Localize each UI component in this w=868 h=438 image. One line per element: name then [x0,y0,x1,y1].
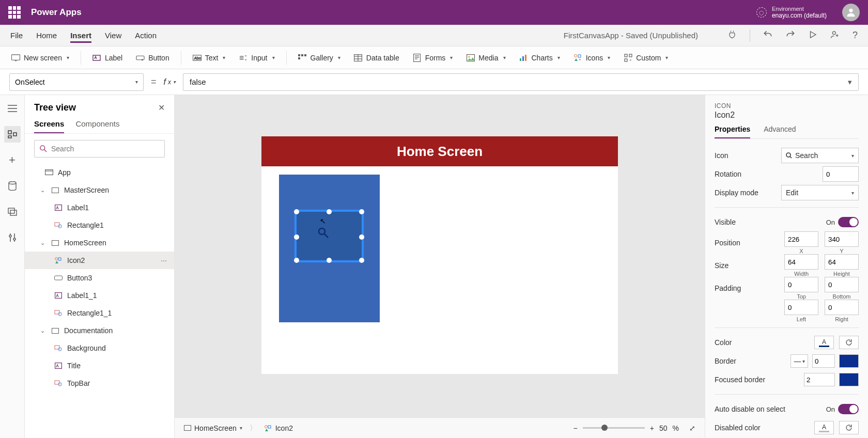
cursor-icon: ↖ [320,217,326,225]
zoom-in-icon[interactable]: + [650,424,654,432]
color-picker[interactable]: A [814,336,834,349]
tree-background[interactable]: Background [25,339,174,357]
fit-icon[interactable]: ⤢ [689,424,695,432]
help-icon[interactable]: ? [853,30,858,41]
tree-label1-1[interactable]: Label1_1 [25,287,174,304]
tree-button3[interactable]: Button3 [25,269,174,287]
environment-selector[interactable]: ◌ Environment enayu.com (default) [756,6,827,19]
more-options-icon[interactable]: ··· [161,256,167,264]
text-button[interactable]: Abc Text▾ [191,51,228,64]
breadcrumb-item[interactable]: Icon2 [264,424,293,432]
svg-rect-56 [55,205,62,211]
property-selector[interactable]: OnSelect ▾ [9,73,144,91]
input-button[interactable]: Input▾ [237,51,276,64]
svg-point-72 [319,228,325,234]
canvas-area: Home Screen ↖ View Customers [175,95,705,438]
media-button[interactable]: Media▾ [464,51,507,64]
app-checker-icon[interactable] [727,29,737,41]
tree-rectangle1[interactable]: Rectangle1 [25,216,174,234]
zoom-slider[interactable] [583,427,645,429]
charts-button[interactable]: Charts▾ [517,51,562,64]
redo-icon[interactable] [785,29,796,41]
custom-button[interactable]: + Custom▾ [622,51,670,64]
border-style-selector[interactable]: — ▾ [791,354,808,368]
border-width-input[interactable] [812,354,835,368]
data-table-button[interactable]: Data table [352,51,401,64]
disabled-color-reset-icon[interactable] [839,421,859,434]
menu-file[interactable]: File [10,28,23,43]
waffle-icon[interactable] [8,6,21,19]
auto-disable-toggle[interactable] [838,404,859,414]
tree-label1[interactable]: Label1 [25,199,174,216]
tab-components[interactable]: Components [75,119,119,133]
size-width-input[interactable] [784,254,818,270]
hamburger-icon[interactable] [4,100,21,117]
padding-right-input[interactable] [825,300,859,315]
display-mode-selector[interactable]: Edit▾ [781,185,859,200]
svg-rect-59 [52,240,59,245]
tab-advanced[interactable]: Advanced [764,125,796,138]
tools-icon[interactable] [4,229,21,246]
user-avatar[interactable] [842,4,860,21]
tree-masterscreen[interactable]: ⌄ MasterScreen [25,181,174,199]
share-icon[interactable] [830,29,840,41]
tree-rectangle1-1[interactable]: Rectangle1_1 [25,304,174,322]
padding-top-input[interactable] [784,277,818,292]
position-x-input[interactable] [784,231,818,247]
forms-button[interactable]: Forms▾ [411,51,455,64]
media-rail-icon[interactable] [4,204,21,220]
tree-icon2[interactable]: Icon2 ··· [25,252,174,269]
gallery-button[interactable]: Gallery▾ [296,51,343,64]
tab-screens[interactable]: Screens [34,119,64,133]
tree-view-icon[interactable] [4,126,21,143]
menu-insert[interactable]: Insert [70,28,91,43]
label-rotation: Rotation [715,170,741,178]
undo-icon[interactable] [763,29,773,41]
app-title: Power Apps [31,7,82,18]
padding-left-input[interactable] [784,300,818,315]
disabled-color-picker[interactable]: A [814,421,834,434]
icons-icon: + [574,53,582,62]
focused-border-input[interactable] [804,373,835,386]
menu-action[interactable]: Action [135,28,157,43]
shape-icon [54,221,63,230]
breadcrumb-screen[interactable]: HomeScreen ▾ [184,424,242,432]
tab-properties[interactable]: Properties [715,125,750,138]
element-name: Icon2 [715,111,859,120]
label-button[interactable]: Label [90,51,125,64]
fx-button[interactable]: fx▾ [164,77,176,87]
insert-icon[interactable]: + [4,152,21,168]
menu-home[interactable]: Home [36,28,57,43]
close-icon[interactable]: ✕ [158,103,165,113]
canvas-screen[interactable]: Home Screen ↖ View Customers [261,136,618,374]
tree-title-item[interactable]: Title [25,357,174,374]
tree-documentation[interactable]: ⌄ Documentation [25,322,174,339]
icon-selector[interactable]: Search ▾ [781,148,859,163]
tree-homescreen[interactable]: ⌄ HomeScreen [25,234,174,252]
icons-button[interactable]: + Icons▾ [571,51,612,64]
tree-topbar[interactable]: TopBar [25,374,174,392]
screen-icon [11,53,20,62]
data-icon[interactable] [4,178,21,194]
play-icon[interactable] [808,30,817,41]
visible-toggle[interactable] [838,217,859,227]
rotation-input[interactable] [823,166,859,182]
tree-app[interactable]: App [25,164,174,181]
new-screen-button[interactable]: New screen▾ [9,51,71,64]
color-reset-icon[interactable] [839,336,859,349]
tree-search[interactable] [34,140,165,158]
search-input[interactable] [51,145,159,153]
size-height-input[interactable] [825,254,859,270]
focused-border-color-picker[interactable] [839,373,859,386]
zoom-out-icon[interactable]: − [574,424,578,432]
titlebar: Power Apps ◌ Environment enayu.com (defa… [0,0,868,25]
padding-bottom-input[interactable] [825,277,859,292]
position-y-input[interactable] [825,231,859,247]
button-button[interactable]: Button [134,51,171,64]
formula-expand-icon[interactable]: ▾ [844,77,852,87]
label-icon [92,53,101,62]
zoom-value: 50 [659,424,668,432]
menu-view[interactable]: View [105,28,121,43]
formula-input[interactable]: false ▾ [183,73,859,91]
border-color-picker[interactable] [839,354,859,368]
